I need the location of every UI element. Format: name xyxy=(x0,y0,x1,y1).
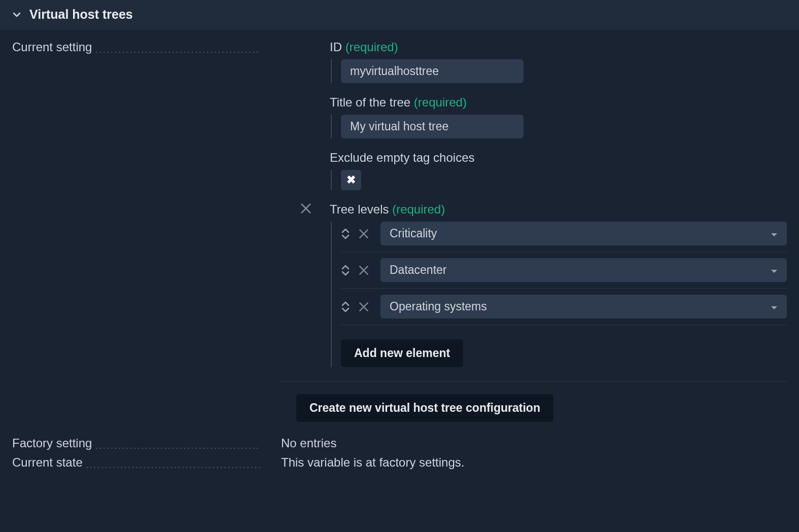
exclude-empty-checkbox[interactable]: ✖ xyxy=(341,170,361,190)
current-setting-label: Current setting ........................… xyxy=(12,40,261,55)
dropdown-arrow-icon xyxy=(771,263,778,277)
current-state-value: This variable is at factory settings. xyxy=(261,455,464,470)
dropdown-arrow-icon xyxy=(771,300,778,313)
tree-level-row: Datacenter xyxy=(341,252,787,289)
tree-levels-label: Tree levels (required) xyxy=(330,202,787,217)
current-state-label: Current state ..........................… xyxy=(12,455,261,471)
delete-entry-icon[interactable] xyxy=(299,201,313,219)
section-title: Virtual host trees xyxy=(29,7,133,22)
tree-level-select[interactable]: Criticality xyxy=(380,222,787,245)
close-icon: ✖ xyxy=(346,173,356,187)
tree-level-select[interactable]: Datacenter xyxy=(380,258,787,282)
tree-level-select[interactable]: Operating systems xyxy=(380,295,787,318)
separator xyxy=(281,381,787,382)
section-header[interactable]: Virtual host trees xyxy=(0,0,799,30)
id-input[interactable] xyxy=(341,59,524,83)
remove-level-icon[interactable] xyxy=(357,300,370,313)
sort-handle-icon[interactable] xyxy=(341,228,350,240)
remove-level-icon[interactable] xyxy=(357,227,370,240)
tree-title-input[interactable] xyxy=(341,115,524,138)
exclude-empty-label: Exclude empty tag choices xyxy=(330,151,787,165)
dropdown-arrow-icon xyxy=(771,227,778,240)
tree-title-label: Title of the tree (required) xyxy=(330,95,787,110)
chevron-down-icon xyxy=(12,10,21,19)
sort-handle-icon[interactable] xyxy=(341,264,350,276)
id-label: ID (required) xyxy=(330,40,787,54)
factory-setting-label: Factory setting ........................… xyxy=(12,436,261,451)
factory-setting-value: No entries xyxy=(261,436,336,450)
add-new-element-button[interactable]: Add new element xyxy=(341,339,463,367)
tree-level-row: Operating systems xyxy=(341,289,787,325)
create-new-config-button[interactable]: Create new virtual host tree configurati… xyxy=(296,394,553,422)
sort-handle-icon[interactable] xyxy=(341,301,350,313)
tree-level-row: Criticality xyxy=(341,222,787,252)
remove-level-icon[interactable] xyxy=(357,264,370,277)
